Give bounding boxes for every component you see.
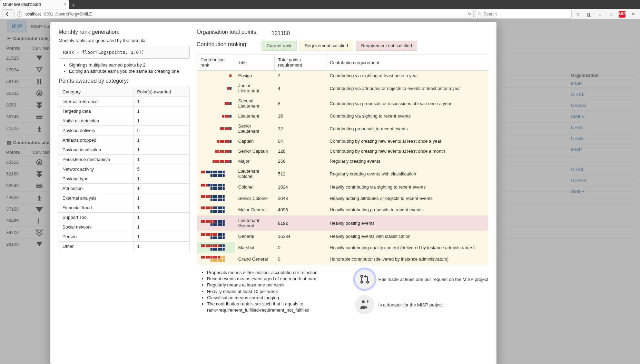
rank-contrib-req: Contributing proposals to recent events	[326, 121, 488, 136]
rank-insignia	[197, 215, 235, 231]
ct-th-rank: Contribution rank	[197, 54, 235, 71]
contribution-rank-row: Major General 4096 Heavily contributing …	[197, 204, 488, 215]
pac-row: Social network1	[59, 222, 190, 232]
abp-icon[interactable]: ABP	[617, 9, 627, 19]
rank-insignia	[197, 231, 235, 242]
rank-formula: Rank = floor(Log(points, 2.0))	[59, 46, 190, 59]
url-port: :8001	[43, 12, 53, 17]
search-icon	[477, 12, 482, 16]
pac-row: Artifacts dropped1	[59, 135, 190, 145]
browser-tab[interactable]: MISP live dashboard ×	[0, 0, 69, 9]
donator-badge-icon	[355, 295, 374, 314]
back-button[interactable]	[2, 9, 13, 19]
rank-points-req: 16	[275, 111, 326, 121]
rank-insignia	[197, 166, 235, 181]
rank-title: Marshal	[235, 242, 275, 253]
definition-item: Heavily means at least 10 per week	[207, 289, 345, 295]
rank-contrib-req: Contributing by creating new events at l…	[326, 136, 488, 146]
ct-th-tpr: Total points requirement	[275, 54, 326, 71]
search-placeholder: Search	[484, 12, 497, 17]
arrow-left-icon	[5, 12, 10, 17]
rank-title: Grand General	[235, 253, 275, 265]
downloads-icon[interactable]: ↓	[595, 9, 605, 19]
contribution-rank-row: Junior Lieutenant 4 Contributing via att…	[197, 81, 488, 96]
rank-insignia	[197, 156, 235, 166]
contribution-rank-row: Senior Lieutenant 32 Contributing propos…	[197, 121, 488, 136]
ct-th-req: Contribution requirement	[326, 54, 488, 71]
contribution-rank-row: General 16384 Heavily posting events wit…	[197, 231, 488, 242]
pac-row: Targeting data1	[59, 107, 190, 116]
url-host: localhost	[24, 12, 41, 17]
ct-th-title: Title	[235, 54, 275, 71]
reload-icon[interactable]: ↻	[468, 12, 471, 17]
contribution-rank-row: Captain 64 Contributing by creating new …	[197, 136, 488, 146]
rank-points-req: 0	[275, 253, 326, 265]
search-box[interactable]: Search	[475, 10, 572, 19]
pac-row: Payload delivery5	[59, 126, 190, 135]
home-icon[interactable]: ⌂	[606, 9, 616, 19]
rank-points-req: 16384	[275, 231, 326, 242]
pac-row: Internal reference1	[59, 97, 190, 107]
note-item: Sightings multiplies earned points by 2	[69, 62, 190, 68]
definition-item: Classification means correct tagging	[207, 295, 345, 301]
rank-title: Senior Captain	[235, 146, 275, 156]
rank-insignia	[197, 181, 235, 193]
rank-contrib-req: Heavily posting events with classificati…	[326, 231, 488, 242]
pac-row: Network activity5	[59, 164, 190, 174]
library-icon[interactable]: ▥	[584, 9, 594, 19]
contribution-rank-row: Senior Captain 128 Contributing by creat…	[197, 146, 488, 156]
menu-icon[interactable]: ≡	[628, 9, 638, 19]
svg-point-10	[362, 300, 365, 303]
rank-title: Lieutenant	[235, 111, 275, 121]
rank-contrib-req: Regularly creating events with classific…	[326, 166, 488, 181]
contribution-rank-row: Marshal 0 Heavily contributing quality c…	[197, 242, 488, 253]
pac-row: Persistence mechanism1	[59, 155, 190, 164]
svg-point-0	[478, 12, 481, 15]
legend-satisfied: Requirement satisfied	[299, 41, 353, 51]
definition-item: Recent events means event aged of one mo…	[207, 276, 345, 282]
rank-title: Senior Colonel	[235, 193, 275, 204]
pac-title: Points awarded by category:	[59, 78, 190, 84]
rank-points-req: 512	[275, 166, 326, 181]
pull-request-badge-label: Has made at least one pull request on th…	[378, 277, 488, 282]
rank-title: Junior Lieutenant	[235, 81, 275, 96]
total-points-value: 121150	[272, 30, 290, 37]
rank-contrib-req: Honorable contributor (delivered by inst…	[326, 253, 488, 265]
rank-title: Lieutenant Colonel	[235, 166, 275, 181]
rank-points-req: 2	[275, 71, 326, 81]
pac-row: Antivirus detection1	[59, 116, 190, 126]
note-item: Editing an attribute earns you the same …	[69, 68, 190, 74]
pac-row: External analysis1	[59, 193, 190, 203]
rank-contrib-req: Heavily posting events	[326, 215, 488, 231]
site-info-icon[interactable]: i	[17, 11, 22, 17]
rank-title: Lieutenant General	[235, 215, 275, 231]
rank-contrib-req: Heavily contributing quality content (de…	[326, 242, 488, 253]
rank-insignia	[197, 253, 235, 265]
donator-badge-label: Is a donator for the MISP project	[378, 302, 443, 307]
pac-body: Internal reference1Targeting data1Antivi…	[59, 97, 190, 251]
rank-insignia	[197, 204, 235, 215]
rank-points-req: 2048	[275, 193, 326, 204]
url-bar[interactable]: i localhost:8001/contrib?org=SMILE ↻	[14, 10, 474, 19]
points-category-table: Category Point(s) awarded Internal refer…	[59, 87, 190, 251]
rank-contrib-req: Regularly creating events	[326, 156, 488, 166]
rank-points-req: 4	[275, 81, 326, 96]
rank-insignia	[197, 96, 235, 111]
rank-insignia	[197, 136, 235, 146]
rank-insignia	[197, 146, 235, 156]
monthly-desc: Monthly ranks are generated by the formu…	[59, 38, 190, 43]
rank-points-req: 32	[275, 121, 326, 136]
monthly-title: Monthly rank generation:	[59, 29, 190, 35]
bookmark-star-icon[interactable]: ☆	[573, 9, 583, 19]
rank-title: Major General	[235, 204, 275, 215]
rank-contrib-req: Contributing via proposals or discussion…	[326, 96, 488, 111]
close-tab-icon[interactable]: ×	[64, 2, 66, 7]
rank-points-req: 8192	[275, 215, 326, 231]
rank-insignia	[197, 111, 235, 121]
definition-item: Proposals means either edition, acceptat…	[207, 270, 345, 276]
total-points-label: Organisation total points:	[197, 29, 258, 35]
new-tab-button[interactable]: ＋	[69, 1, 78, 9]
pac-row: Person1	[59, 232, 190, 242]
tab-title: MISP live dashboard	[3, 2, 41, 7]
rank-contrib-req: Heavily adding attributes or objects to …	[326, 193, 488, 204]
